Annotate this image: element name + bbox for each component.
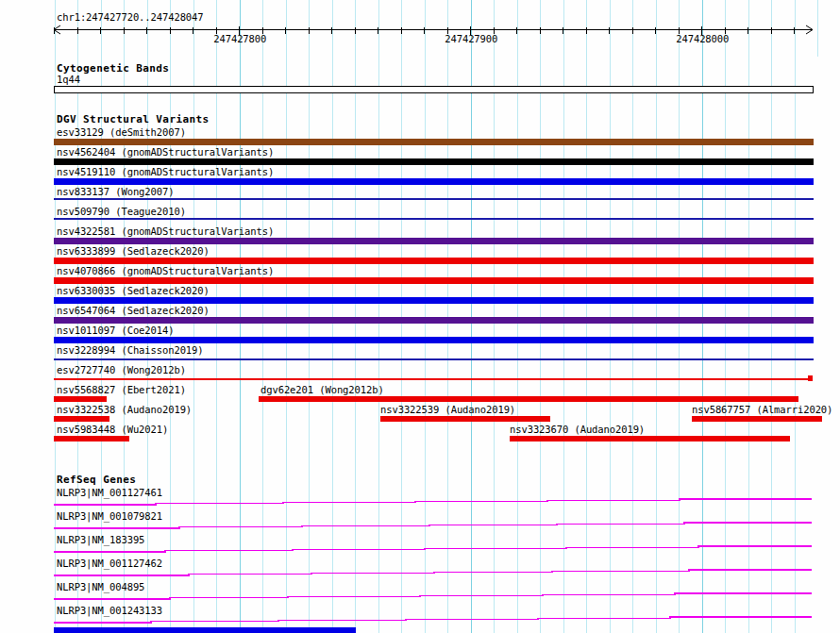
variant-bar[interactable] [54,258,814,264]
variant-bar[interactable] [54,238,814,244]
variant-bar[interactable] [54,436,129,441]
variant-bar[interactable] [54,178,814,185]
variant-bar[interactable] [54,358,814,360]
cytoband-box [54,86,814,93]
partial-variant-bar[interactable] [54,627,356,633]
variant-bar[interactable] [808,375,813,381]
variant-label: nsv4562404 (gnomADStructuralVariants) [57,147,274,158]
variant-bar[interactable] [692,416,822,422]
ruler-tick-label: 247428000 [676,34,729,44]
ruler-right-arrow-icon [806,25,813,34]
variant-label: nsv6333899 (Sedlazeck2020) [57,246,210,257]
variant-label: nsv6547064 (Sedlazeck2020) [57,306,210,316]
variant-label: nsv3323670 (Audano2019) [510,425,645,435]
section-header-refseq-genes: RefSeq Genes [57,475,136,486]
gene-line[interactable] [54,617,812,623]
variant-label: nsv4519110 (gnomADStructuralVariants) [57,167,274,177]
variant-bar[interactable] [54,317,814,324]
variant-label: esv33129 (deSmith2007) [57,127,186,138]
variant-bar[interactable] [54,337,814,343]
gene-label: NLRP3|NM_001243133 [57,606,162,616]
variant-label: nsv5983448 (Wu2021) [57,425,168,435]
section-header-dgv-structural-variants: DGV Structural Variants [57,114,210,125]
variant-bar[interactable] [54,198,814,200]
gene-line[interactable] [54,523,812,528]
gene-line[interactable] [54,593,812,599]
gene-line[interactable] [54,499,812,505]
variant-bar[interactable] [54,297,814,304]
variant-label: nsv3322538 (Audano2019) [57,405,192,415]
genome-browser-canvas: chr1:247427720..247428047 Cytogenetic Ba… [0,0,840,633]
variant-bar[interactable] [54,139,814,145]
ruler-tick-label: 247427900 [445,34,497,44]
gene-label: NLRP3|NM_001079821 [57,511,162,522]
variant-label: nsv833137 (Wong2007) [57,187,174,197]
gene-line[interactable] [54,570,812,575]
gene-label: NLRP3|NM_004895 [57,582,144,592]
variant-bar[interactable] [54,277,814,284]
minor-gridline [817,0,818,57]
gene-label: NLRP3|NM_001127462 [57,558,162,569]
variant-label: nsv5568827 (Ebert2021) [57,385,186,395]
variant-bar[interactable] [54,378,809,380]
cytoband-label: 1q44 [57,75,80,85]
variant-label: nsv3228994 (Chaisson2019) [57,345,204,356]
gene-label: NLRP3|NM_183395 [57,535,144,545]
variant-label: dgv62e201 (Wong2012b) [260,385,384,395]
gene-label: NLRP3|NM_001127461 [57,488,162,498]
variant-bar[interactable] [510,436,790,441]
variant-label: nsv509790 (Teague2010) [57,207,186,217]
ruler-tick-label: 247427800 [213,34,266,44]
variant-bar[interactable] [54,396,107,402]
variant-bar[interactable] [259,396,798,402]
variant-label: nsv1011097 (Coe2014) [57,325,174,336]
variant-label: nsv4070866 (gnomADStructuralVariants) [57,266,274,276]
variant-bar[interactable] [54,218,814,220]
variant-bar[interactable] [54,416,109,422]
variant-bar[interactable] [54,158,814,165]
variant-label: nsv6330035 (Sedlazeck2020) [57,286,210,296]
region-title: chr1:247427720..247428047 [57,12,204,23]
variant-label: nsv3322539 (Audano2019) [380,405,515,415]
variant-label: nsv4322581 (gnomADStructuralVariants) [57,226,274,237]
variant-label: nsv5867757 (Almarri2020) [692,405,832,415]
gene-line[interactable] [54,546,812,552]
variant-bar[interactable] [380,416,550,422]
variant-label: esv2727740 (Wong2012b) [57,365,186,375]
